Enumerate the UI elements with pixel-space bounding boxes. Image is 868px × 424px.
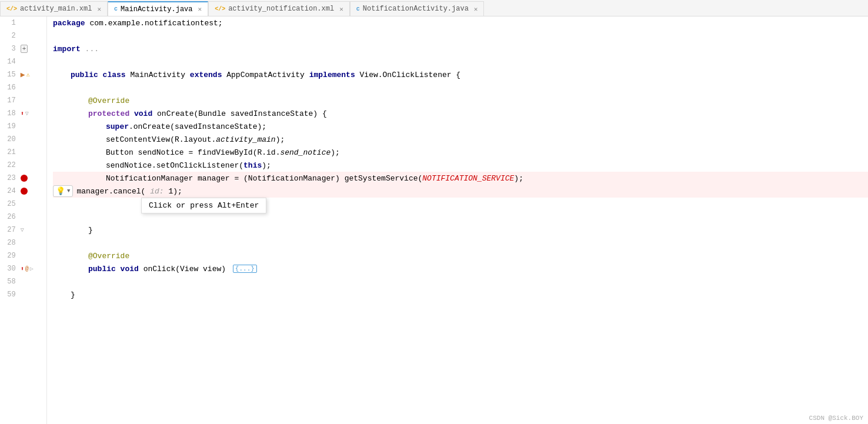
code-line-2 [53,29,868,42]
code-text: View.OnClickListener { [360,71,461,79]
tab-label: activity_main.xml [20,5,92,13]
code-line-28 [53,236,868,249]
code-text: } [71,291,75,299]
code-text: ... [85,45,99,54]
code-text: com.example.notificationtest; [89,19,222,28]
lightbulb-widget[interactable]: 💡 ▼ [53,185,73,197]
xml-icon: </> [215,6,225,12]
line-number: 59 [0,291,21,299]
tooltip-popup[interactable]: Click or press Alt+Enter [141,198,266,213]
tab-activity-main-xml[interactable]: </> activity_main.xml ✕ [0,1,108,16]
keyword: implements [309,71,360,79]
close-tab-button[interactable]: ✕ [198,5,202,13]
tab-activity-notification-xml[interactable]: </> activity_notification.xml ✕ [208,1,350,16]
line-number: 28 [0,239,21,247]
annotation: @Override [88,252,129,261]
line-number: 16 [0,84,21,92]
line-number: 23 [0,174,21,182]
code-area[interactable]: package com.example.notificationtest; im… [47,16,868,424]
code-line-23: NotificationManager manager = (Notificat… [53,172,868,185]
code-text: ); [330,148,340,157]
code-line-27: } [53,223,868,236]
fold-icon[interactable]: ▷ [30,265,34,272]
line-number: 21 [0,148,21,156]
tab-label: MainActivity.java [121,5,192,14]
watermark-text: CSDN @Sick.BOY [809,415,863,422]
code-text: ); [262,161,271,170]
gutter-row-14: 14 [0,55,46,68]
fold-block-button[interactable]: {...} [233,265,257,273]
close-tab-button[interactable]: ✕ [474,5,478,13]
code-line-17: @Override [53,94,868,107]
gutter-row-20: 20 [0,133,46,146]
gutter-row-59: 59 [0,288,46,301]
line-number: 2 [0,32,21,40]
code-line-22: sendNotice.setOnClickListener( this ); [53,159,868,172]
breakpoint-icon[interactable] [21,175,28,182]
xml-icon: </> [6,6,17,12]
code-text: manager.cancel( [76,187,145,196]
warning-icon: ⚠ [26,71,29,78]
gutter-row-23: 23 [0,172,46,185]
keyword: class [103,71,131,79]
close-tab-button[interactable]: ✕ [339,5,343,13]
line-number: 18 [0,109,21,118]
code-text: AppCompatActivity [226,71,309,79]
tab-bar: </> activity_main.xml ✕ c MainActivity.j… [0,0,868,16]
line-number: 20 [0,135,21,143]
gutter-row-58: 58 [0,275,46,288]
code-text: ); [173,187,182,196]
code-line-59: } [53,288,868,301]
tab-label: NotificationActivity.java [363,5,469,13]
keyword: import [53,45,85,54]
fold-icon[interactable]: ▽ [21,226,24,233]
code-text: NotificationManager manager = (Notificat… [106,174,422,183]
code-line-1: package com.example.notificationtest; [53,16,868,29]
gutter-row-18: 18 ⬆ ▽ [0,107,46,120]
java-icon: c [114,6,118,12]
code-line-18: protected void onCreate (Bundle savedIns… [53,107,868,120]
line-number: 26 [0,213,21,221]
code-text: d(R.id. [248,148,281,157]
breakpoint-icon[interactable] [21,188,28,195]
code-line-29: @Override [53,249,868,262]
code-line-14 [53,55,868,68]
keyword: this [243,161,262,170]
gutter: 1 2 3 + 14 15 ▶ ⚠ 16 [0,16,47,424]
code-text: Button sendNotice = findViewByI [106,148,248,157]
keyword: extends [190,71,226,79]
line-number: 3 [0,45,21,53]
fold-icon[interactable]: ▽ [25,110,29,117]
keyword: protected [88,109,134,118]
code-text-italic: send_notice [280,148,330,157]
watermark: CSDN @Sick.BOY [809,415,863,422]
code-text-italic: activity_main [216,135,275,144]
import-expand-button[interactable]: + [21,45,28,53]
gutter-row-15: 15 ▶ ⚠ [0,68,46,81]
line-number: 1 [0,19,21,27]
gutter-row-29: 29 [0,249,46,262]
line-number: 14 [0,58,21,66]
tab-notificationactivity-java[interactable]: c NotificationActivity.java ✕ [350,1,485,16]
keyword: public [71,71,103,79]
keyword: package [53,19,89,28]
class-name: MainActivity [130,71,189,79]
annotation: @Override [88,96,129,105]
code-line-3: import ... [53,42,868,55]
line-number: 24 [0,187,21,195]
line-number: 30 [0,265,21,273]
run-gutter-icon[interactable]: ▶ [21,70,25,79]
gutter-row-3: 3 + [0,42,46,55]
code-text: .onCreate(savedInstanceState); [129,122,266,131]
line-number: 19 [0,122,21,131]
gutter-row-21: 21 [0,146,46,159]
tab-mainactivity-java[interactable]: c MainActivity.java ✕ [108,1,208,16]
gutter-row-28: 28 [0,236,46,249]
code-text: ); [276,135,285,144]
at-icon: @ [25,266,29,272]
close-tab-button[interactable]: ✕ [97,5,101,13]
gutter-row-25: 25 [0,198,46,211]
gutter-row-26: 26 [0,211,46,223]
method-name: onCreate [157,109,193,118]
code-text: (Bundle savedInstanceState) { [193,109,326,118]
